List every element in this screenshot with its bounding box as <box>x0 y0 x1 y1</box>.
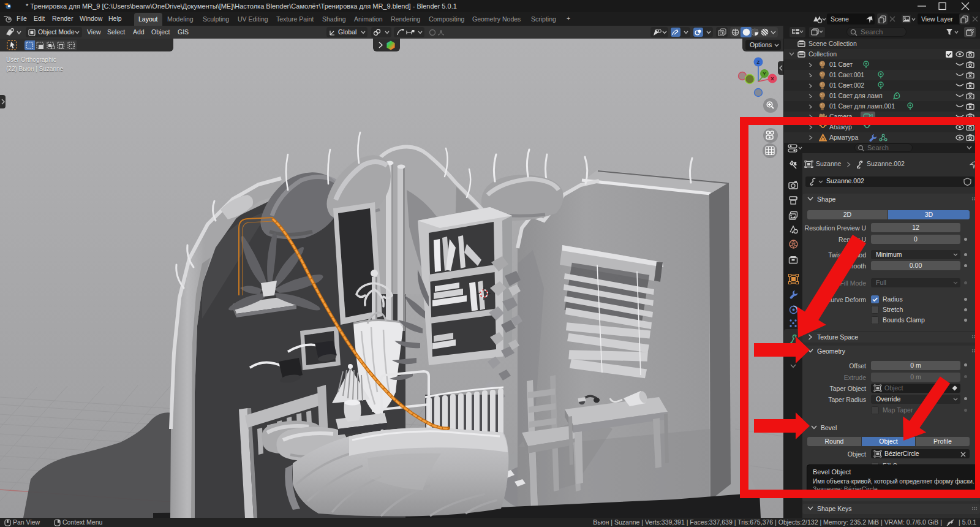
svg-text:X: X <box>771 76 774 82</box>
svg-text:Y: Y <box>763 71 766 77</box>
svg-text:Z: Z <box>757 59 760 65</box>
